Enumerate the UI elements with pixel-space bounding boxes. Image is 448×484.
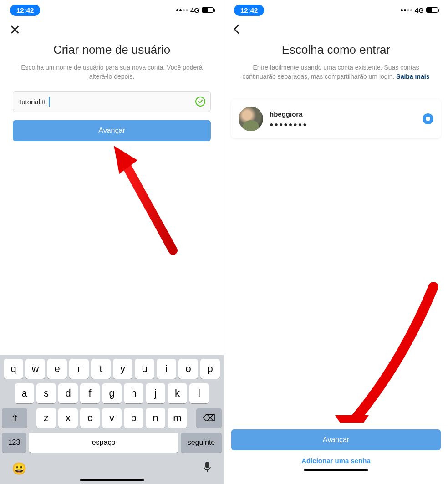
key-l[interactable]: l <box>189 383 209 403</box>
status-bar: 12:42 4G <box>224 0 448 20</box>
account-password-masked: ●●●●●●●● <box>270 121 416 128</box>
key-n[interactable]: n <box>146 408 165 428</box>
status-time: 12:42 <box>234 5 264 16</box>
signal-icon <box>401 9 412 11</box>
next-button[interactable]: Avançar <box>13 120 211 141</box>
key-e[interactable]: e <box>47 359 67 379</box>
radio-selected-icon[interactable] <box>423 113 433 124</box>
annotation-arrow-icon <box>320 282 438 437</box>
numbers-key[interactable]: 123 <box>2 433 26 453</box>
back-icon[interactable] <box>233 24 239 36</box>
network-label: 4G <box>415 6 424 14</box>
key-d[interactable]: d <box>58 383 78 403</box>
status-indicators: 4G <box>176 6 214 14</box>
network-label: 4G <box>190 6 199 14</box>
svg-marker-0 <box>114 146 137 174</box>
annotation-arrow-icon <box>105 141 182 260</box>
key-x[interactable]: x <box>58 408 78 428</box>
battery-icon <box>426 7 438 13</box>
key-o[interactable]: o <box>178 359 198 379</box>
key-p[interactable]: p <box>200 359 220 379</box>
key-h[interactable]: h <box>124 383 143 403</box>
status-bar: 12:42 4G <box>0 0 224 20</box>
account-username: hbeggiora <box>270 110 416 118</box>
text-caret <box>49 97 50 107</box>
key-a[interactable]: a <box>15 383 34 403</box>
key-s[interactable]: s <box>36 383 56 403</box>
key-t[interactable]: t <box>91 359 111 379</box>
page-subtitle: Entre facilmente usando uma conta existe… <box>237 63 435 81</box>
key-g[interactable]: g <box>102 383 122 403</box>
svg-rect-1 <box>205 462 209 468</box>
shift-key[interactable]: ⇧ <box>2 408 27 428</box>
learn-more-link[interactable]: Saiba mais <box>396 73 429 80</box>
key-u[interactable]: u <box>135 359 154 379</box>
key-q[interactable]: q <box>4 359 23 379</box>
home-indicator <box>304 469 368 471</box>
account-option[interactable]: hbeggiora ●●●●●●●● <box>231 99 441 138</box>
home-indicator <box>80 479 144 481</box>
space-key[interactable]: espaço <box>29 433 178 453</box>
check-circle-icon <box>195 97 205 107</box>
username-input-wrap <box>13 91 211 112</box>
key-w[interactable]: w <box>25 359 45 379</box>
page-title: Criar nome de usuário <box>13 43 211 57</box>
username-input[interactable] <box>13 91 211 112</box>
status-time: 12:42 <box>10 5 40 16</box>
key-j[interactable]: j <box>146 383 165 403</box>
emoji-key[interactable]: 😀 <box>12 462 26 476</box>
next-button[interactable]: Avançar <box>231 429 441 450</box>
page-title: Escolha como entrar <box>237 43 435 57</box>
status-indicators: 4G <box>401 6 438 14</box>
backspace-key[interactable]: ⌫ <box>196 408 222 428</box>
key-i[interactable]: i <box>157 359 176 379</box>
key-k[interactable]: k <box>168 383 187 403</box>
key-z[interactable]: z <box>36 408 56 428</box>
keyboard: qwertyuiop asdfghjkl ⇧ zxcvbnm ⌫ 123 esp… <box>0 355 224 484</box>
close-icon[interactable]: ✕ <box>9 23 20 37</box>
key-m[interactable]: m <box>168 408 187 428</box>
key-c[interactable]: c <box>80 408 100 428</box>
signal-icon <box>176 9 188 11</box>
page-subtitle: Escolha um nome de usuário para sua nova… <box>13 63 211 81</box>
key-v[interactable]: v <box>102 408 122 428</box>
key-f[interactable]: f <box>80 383 100 403</box>
battery-icon <box>202 7 214 13</box>
add-password-link[interactable]: Adicionar uma senha <box>231 457 441 464</box>
avatar <box>239 107 263 131</box>
keyboard-next-key[interactable]: seguinte <box>181 433 222 453</box>
key-r[interactable]: r <box>69 359 89 379</box>
key-y[interactable]: y <box>113 359 132 379</box>
key-b[interactable]: b <box>124 408 143 428</box>
mic-icon[interactable] <box>203 461 212 476</box>
